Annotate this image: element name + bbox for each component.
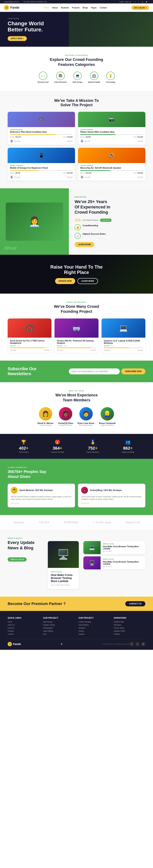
footer-proj2-charity[interactable]: Charity	[79, 630, 110, 632]
nav-cta-button[interactable]: Get a Quote +	[131, 5, 149, 10]
project-card-1-body: Crowd Founding Reference Plier-New2 Cond…	[8, 127, 75, 145]
raise-donate-button[interactable]: DONATE NOW	[55, 278, 75, 284]
project-progress-3	[10, 170, 73, 171]
topbar-email: support@gmail.com	[4, 1, 19, 3]
project-tag-4: Crowd Founding	[80, 165, 143, 166]
footer-proj2-support[interactable]: Support	[79, 633, 110, 635]
footer-proj2-crowd[interactable]: Crowd Founding	[79, 621, 110, 623]
testi-card-2: 👩🏾 Sonia@Blog, CEO Md. Devloper Lorem ip…	[78, 484, 145, 507]
footer-link-about[interactable]: About Us	[8, 624, 39, 626]
nav-contact[interactable]: Contact	[100, 7, 107, 9]
hero-breadcrumb: Crowd Founding	[8, 18, 44, 19]
nav-projects[interactable]: Projects	[72, 7, 80, 9]
blog-side-img-1: 💻	[83, 541, 101, 554]
brand-logo[interactable]: 🌿 Fande	[4, 5, 19, 10]
nav-home[interactable]: Home	[44, 7, 49, 9]
premium-partner-button[interactable]: CONTACT US	[125, 601, 145, 607]
stat-num-3: 752+	[87, 446, 99, 451]
footer-don-medical[interactable]: Medical Help	[114, 621, 145, 623]
footer-project2-title: Our Project	[79, 617, 110, 619]
nav-students[interactable]: Students	[61, 7, 69, 9]
project-tag-1: Crowd Founding	[10, 129, 73, 130]
features-grid: 🍽️ Raising Food 📚 Kids Education 💻 Web D…	[8, 71, 145, 83]
blog-main-card: 🖥️ News & Blog How Make Cross-Browser Te…	[48, 541, 79, 589]
blog-main-body: News & Blog How Make Cross-Browser Testi…	[48, 568, 79, 589]
testi-info-2: Sonia@Blog, CEO Md. Devloper	[90, 489, 122, 491]
footer-don-education[interactable]: Education	[114, 624, 145, 626]
footer-don-children[interactable]: Children	[114, 633, 145, 635]
newsletter-subscribe-button[interactable]: SUBSCRIBE NOW	[121, 368, 145, 374]
project-title-4: Microchip Air -S23 BT Bluetooth Speaker	[80, 167, 143, 169]
stats-grid: 🏆 402+ Total Project 🎁 364+ Success Fund…	[8, 440, 145, 453]
popular-title: We've Done Many Crowd Founding Project	[8, 304, 145, 314]
features-title: Explore Our Crowd Founding Features Cate…	[8, 57, 145, 67]
footer-don-disaster[interactable]: Disaster Relief	[114, 630, 145, 632]
about-item-text-2: Highest Success Rates	[83, 233, 106, 235]
footer-link-projects[interactable]: Projects	[8, 630, 39, 632]
blog-section: News & Blog Every Update News & Blog VIE…	[0, 530, 153, 597]
footer-proj2-donation[interactable]: Donation	[79, 627, 110, 629]
footer-link-contact[interactable]: Contact	[8, 633, 39, 635]
raise-section: Raise Your Hand To The Right Place DONAT…	[0, 255, 153, 293]
team-role-1: Project Director	[37, 424, 54, 426]
hero-bg	[69, 12, 153, 47]
footer-facebook-icon[interactable]: f	[130, 642, 134, 646]
stat-label-1: Total Project	[19, 451, 29, 453]
raise-learn-button[interactable]: LEARN MORE	[78, 278, 98, 284]
twitter-icon[interactable]: t	[139, 1, 139, 3]
stat-item-2: 🎁 364+ Success Funded	[51, 440, 64, 453]
team-sub: Best of Team	[8, 390, 145, 392]
team-avatar-1: 👩	[39, 407, 52, 421]
blog-view-all-button[interactable]: VIEW ALL BLOG	[8, 557, 27, 562]
stat-item-1: 🏆 402+ Total Project	[19, 440, 29, 453]
partner-btn[interactable]: JOIN NOW	[100, 219, 112, 222]
footer-proj2-fund[interactable]: Fund Raising	[79, 624, 110, 626]
stat-label-2: Success Funded	[51, 451, 64, 453]
footer-quicklinks-list: Home About Us Services Projects Contact	[8, 621, 39, 635]
popular-card-3-img: 💻	[101, 318, 145, 338]
footer-link-services[interactable]: Services	[8, 627, 39, 629]
footer-proj-graphic[interactable]: Graphic Design	[43, 624, 74, 626]
brand-5: Rapid Ltd	[126, 521, 140, 524]
feature-label-food: Raising Food	[38, 81, 49, 83]
team-avatar-4: 👱‍♀️	[101, 407, 114, 421]
footer-proj-video[interactable]: Video Editing	[43, 630, 74, 632]
nav-blogs[interactable]: Blogs	[83, 7, 88, 9]
popular-card-1-body: GenX Anshe Air Pro 3 TWS Cancel Headphon…	[8, 338, 52, 353]
nav-pages[interactable]: Pages	[91, 7, 97, 9]
footer-link-home[interactable]: Home	[8, 621, 39, 623]
footer-don-food[interactable]: Food & Water	[114, 627, 145, 629]
webdesign-icon: 💻	[73, 71, 82, 80]
footer-col-project2: Our Project Crowd Founding Fund Raising …	[79, 617, 110, 635]
hero-cta-button[interactable]: APPLY NOW +	[8, 36, 27, 41]
topbar-login[interactable]: Login / Sign Up	[119, 1, 131, 3]
footer-linkedin-icon[interactable]: in	[141, 642, 145, 646]
popular-card-1-title: GenX Anshe Air Pro 3 TWS Cancel Headphon…	[10, 340, 49, 344]
testi-header-1: 👨 David Micheal, CEO Md. Devloper	[11, 487, 72, 494]
nav-links: Home About Students Projects Blogs Pages…	[44, 7, 107, 9]
footer-twitter-icon[interactable]: t	[135, 642, 140, 646]
feature-label-education: Kids Education	[54, 81, 67, 83]
newsletter-email-input[interactable]	[69, 368, 120, 374]
project-footer-4: 👤 Somville Topaz55	[80, 175, 143, 179]
testimonials-grid: 👨 David Micheal, CEO Md. Devloper Sed do…	[8, 484, 145, 507]
footer-proj-webdesign[interactable]: Web Design	[43, 621, 74, 623]
brand-2: TIFLEX	[39, 521, 49, 524]
popular-progress-2	[57, 347, 96, 348]
stat-item-4: 👥 862+ Happy Donating	[122, 440, 134, 453]
footer-proj-seo[interactable]: SEO	[43, 633, 74, 635]
nav-about[interactable]: About	[52, 7, 58, 9]
blog-main-tag: News & Blog	[51, 571, 76, 573]
about-cta-button[interactable]: LEARN MORE	[74, 242, 94, 247]
medal-icon: 🏅	[87, 440, 99, 445]
footer-copyright: © 2023 Fande. All Rights Reserved.	[102, 643, 130, 645]
team-avatar-2: 👩🏾	[59, 407, 72, 421]
premium-partner-section: Become Our Premium Partner ? CONTACT US	[0, 597, 153, 611]
facebook-icon[interactable]: f	[135, 1, 135, 3]
project-card-1-img: 🎮	[8, 112, 75, 127]
linkedin-icon[interactable]: in	[142, 1, 143, 3]
youtube-icon[interactable]: ▶	[146, 1, 147, 3]
project-footer-3: 👤 Farmville Topaz55	[10, 175, 73, 179]
raise-content: Raise Your Hand To The Right Place DONAT…	[8, 264, 145, 284]
footer-proj-photo[interactable]: Photography	[43, 627, 74, 629]
